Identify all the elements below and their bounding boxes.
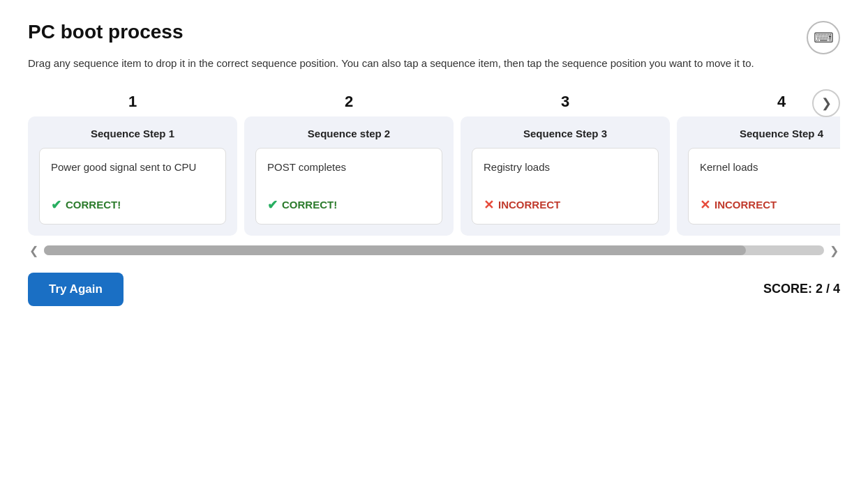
sequence-container: 1 2 3 4 ❯ Sequence Step 1 Power good sig… xyxy=(28,93,840,236)
card-3-result: ✕ INCORRECT xyxy=(484,197,647,213)
next-icon: ❯ xyxy=(821,96,832,111)
card-1-body: Power good signal sent to CPU ✔ CORRECT! xyxy=(39,148,226,225)
sequence-card-4[interactable]: Sequence Step 4 Kernel loads ✕ INCORRECT xyxy=(677,116,840,236)
card-3-body: Registry loads ✕ INCORRECT xyxy=(472,148,659,225)
scroll-left-arrow[interactable]: ❮ xyxy=(28,244,40,257)
cards-row: Sequence Step 1 Power good signal sent t… xyxy=(28,116,840,236)
scrollbar-thumb xyxy=(44,245,746,255)
sequence-card-1[interactable]: Sequence Step 1 Power good signal sent t… xyxy=(28,116,237,236)
card-4-header: Sequence Step 4 xyxy=(688,128,840,139)
card-4-result-label: INCORRECT xyxy=(714,199,777,211)
card-1-header: Sequence Step 1 xyxy=(39,128,226,139)
card-1-text: Power good signal sent to CPU xyxy=(51,160,214,174)
card-1-result-label: CORRECT! xyxy=(66,199,121,211)
card-4-result: ✕ INCORRECT xyxy=(700,197,840,213)
scroll-right-arrow[interactable]: ❯ xyxy=(828,244,840,257)
check-icon-1: ✔ xyxy=(51,197,61,213)
card-2-header: Sequence step 2 xyxy=(255,128,442,139)
card-2-result-label: CORRECT! xyxy=(282,199,337,211)
cross-icon-4: ✕ xyxy=(700,197,710,213)
card-2-body: POST completes ✔ CORRECT! xyxy=(255,148,442,225)
main-page: ⌨ PC boot process Drag any sequence item… xyxy=(0,0,868,327)
sequence-card-2[interactable]: Sequence step 2 POST completes ✔ CORRECT… xyxy=(244,116,454,236)
card-4-body: Kernel loads ✕ INCORRECT xyxy=(688,148,840,225)
cross-icon-3: ✕ xyxy=(484,197,494,213)
card-3-header: Sequence Step 3 xyxy=(472,128,659,139)
step-numbers-row: 1 2 3 4 ❯ xyxy=(28,93,840,116)
score-display: SCORE: 2 / 4 xyxy=(763,282,840,296)
step-number-2: 2 xyxy=(244,93,454,111)
try-again-button[interactable]: Try Again xyxy=(28,273,124,306)
keyboard-icon: ⌨ xyxy=(814,29,834,46)
step-number-1: 1 xyxy=(28,93,237,111)
sequence-card-3[interactable]: Sequence Step 3 Registry loads ✕ INCORRE… xyxy=(461,116,670,236)
step-number-3: 3 xyxy=(461,93,670,111)
scrollbar-row: ❮ ❯ xyxy=(28,244,840,257)
card-4-text: Kernel loads xyxy=(700,160,840,174)
page-title: PC boot process xyxy=(28,21,840,43)
instructions-text: Drag any sequence item to drop it in the… xyxy=(28,56,761,72)
check-icon-2: ✔ xyxy=(267,197,278,213)
step-numbers: 1 2 3 4 xyxy=(28,93,83,111)
keyboard-button[interactable]: ⌨ xyxy=(807,21,840,54)
card-2-text: POST completes xyxy=(267,160,431,174)
card-3-text: Registry loads xyxy=(484,160,647,174)
card-3-result-label: INCORRECT xyxy=(498,199,560,211)
card-2-result: ✔ CORRECT! xyxy=(267,197,431,213)
scrollbar-track[interactable] xyxy=(44,245,824,255)
next-button[interactable]: ❯ xyxy=(812,89,840,117)
bottom-bar: Try Again SCORE: 2 / 4 xyxy=(28,266,840,313)
card-1-result: ✔ CORRECT! xyxy=(51,197,214,213)
